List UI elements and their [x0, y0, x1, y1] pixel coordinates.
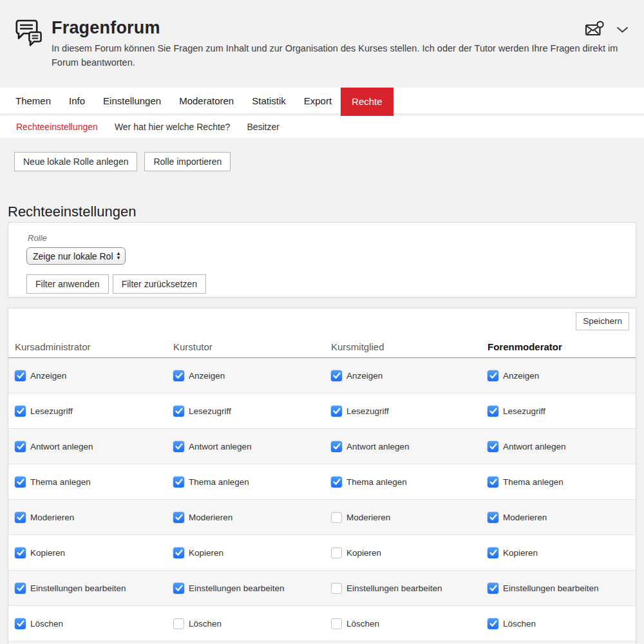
import-role-button[interactable]: Rolle importieren [144, 152, 231, 171]
cell-kurstutor-thema-anlegen: Thema anlegen [173, 477, 331, 488]
checkbox-checked-anzeigen-4[interactable] [488, 370, 498, 381]
checkbox-checked-antwort-anlegen-3[interactable] [331, 441, 342, 452]
checkbox-checked-moderieren-2[interactable] [173, 512, 184, 523]
cell-kursadministrator-thema-anlegen: Thema anlegen [15, 477, 173, 488]
checkbox-label: Lesezugriff [30, 406, 73, 416]
checkbox-checked-thema-anlegen-4[interactable] [488, 477, 498, 488]
checkbox-checked-einstellungen-bearbeiten-1[interactable] [15, 583, 26, 594]
checkbox-checked-thema-anlegen-1[interactable] [15, 477, 26, 488]
checkbox-checked-thema-anlegen-2[interactable] [173, 477, 184, 488]
checkbox-checked-lesezugriff-2[interactable] [173, 406, 184, 417]
checkbox-label: Einstellungen bearbeiten [503, 583, 599, 593]
subtab-wer-hat-hier-welche-rechte[interactable]: Wer hat hier welche Rechte? [106, 116, 239, 138]
checkbox-label: Thema anlegen [503, 477, 564, 487]
permission-row-antwort-anlegen: Antwort anlegenAntwort anlegenAntwort an… [8, 429, 636, 464]
tab-themen[interactable]: Themen [6, 88, 60, 113]
checkbox-checked-einstellungen-bearbeiten-4[interactable] [488, 583, 498, 594]
checkbox-unchecked-löschen-3[interactable] [331, 618, 342, 629]
checkbox-label: Anzeigen [346, 371, 383, 381]
checkbox-checked-kopieren-2[interactable] [173, 547, 184, 558]
checkbox-checked-anzeigen-1[interactable] [15, 370, 26, 381]
checkbox-checked-kopieren-1[interactable] [15, 547, 26, 558]
envelope-subscribe-icon[interactable] [585, 21, 605, 41]
role-filter-select[interactable]: Zeige nur lokale Rollen ▲▼ [26, 247, 126, 265]
checkbox-label: Anzeigen [189, 371, 225, 381]
checkbox-unchecked-einstellungen-bearbeiten-3[interactable] [331, 583, 342, 594]
cell-kursadministrator-moderieren: Moderieren [15, 512, 173, 523]
column-header-kurstutor: Kurstutor [173, 341, 331, 352]
permissions-panel: Speichern KursadministratorKurstutorKurs… [8, 308, 636, 644]
tab-einstellungen[interactable]: Einstellungen [94, 88, 170, 113]
checkbox-checked-löschen-4[interactable] [488, 618, 498, 629]
cell-kurstutor-kopieren: Kopieren [173, 547, 331, 558]
column-header-forenmoderator: Forenmoderator [488, 341, 636, 352]
save-button[interactable]: Speichern [576, 312, 629, 330]
cell-kursmitglied-kopieren: Kopieren [331, 547, 488, 558]
page-title: Fragenforum [52, 18, 160, 38]
checkbox-checked-lesezugriff-3[interactable] [331, 406, 342, 417]
checkbox-checked-antwort-anlegen-1[interactable] [15, 441, 26, 452]
checkbox-checked-moderieren-4[interactable] [488, 512, 498, 523]
cell-kursmitglied-thema-anlegen: Thema anlegen [331, 477, 488, 488]
tab-info[interactable]: Info [60, 88, 94, 113]
tab-rechte[interactable]: Rechte [341, 88, 393, 116]
checkbox-checked-lesezugriff-1[interactable] [15, 406, 26, 417]
checkbox-checked-thema-anlegen-3[interactable] [331, 477, 342, 488]
checkbox-checked-antwort-anlegen-4[interactable] [488, 441, 498, 452]
tab-statistik[interactable]: Statistik [243, 88, 295, 113]
tab-moderatoren[interactable]: Moderatoren [170, 88, 243, 113]
cell-kurstutor-moderieren: Moderieren [173, 512, 331, 523]
permission-row-anzeigen: AnzeigenAnzeigenAnzeigenAnzeigen [8, 358, 636, 393]
checkbox-label: Thema anlegen [346, 477, 407, 487]
reset-filter-button[interactable]: Filter zurücksetzen [113, 274, 206, 294]
permission-row-lesezugriff: LesezugriffLesezugriffLesezugriffLesezug… [8, 393, 636, 429]
permission-row-einstellungen-bearbeiten: Einstellungen bearbeitenEinstellungen be… [8, 571, 636, 606]
checkbox-label: Antwort anlegen [346, 442, 410, 451]
role-actions: Neue lokale Rolle anlegen Rolle importie… [14, 152, 231, 171]
checkbox-label: Kopieren [346, 548, 381, 558]
cell-kursadministrator-löschen: Löschen [15, 618, 173, 629]
select-updown-arrows-icon: ▲▼ [116, 252, 121, 260]
cell-kursadministrator-anzeigen: Anzeigen [15, 370, 173, 381]
role-filter-selected-value: Zeige nur lokale Rollen [33, 251, 113, 261]
checkbox-checked-lesezugriff-4[interactable] [488, 406, 498, 417]
cell-forenmoderator-löschen: Löschen [488, 618, 636, 629]
cell-forenmoderator-anzeigen: Anzeigen [488, 370, 636, 381]
checkbox-unchecked-kopieren-3[interactable] [331, 547, 342, 558]
checkbox-checked-moderieren-1[interactable] [15, 512, 26, 523]
cell-kurstutor-antwort-anlegen: Antwort anlegen [173, 441, 331, 452]
cell-forenmoderator-thema-anlegen: Thema anlegen [488, 477, 636, 488]
checkbox-checked-kopieren-4[interactable] [488, 547, 498, 558]
cell-forenmoderator-moderieren: Moderieren [488, 512, 636, 523]
checkbox-label: Antwort anlegen [189, 442, 252, 451]
checkbox-label: Antwort anlegen [503, 442, 566, 451]
chevron-down-icon[interactable] [616, 24, 629, 36]
subtab-besitzer[interactable]: Besitzer [238, 116, 288, 138]
checkbox-label: Einstellungen bearbeiten [30, 583, 126, 593]
checkbox-label: Löschen [346, 619, 379, 629]
checkbox-unchecked-moderieren-3[interactable] [331, 512, 342, 523]
permission-row-kopieren: KopierenKopierenKopierenKopieren [8, 535, 636, 571]
permissions-rows: AnzeigenAnzeigenAnzeigenAnzeigenLesezugr… [8, 358, 636, 644]
checkbox-label: Moderieren [189, 513, 232, 522]
checkbox-label: Moderieren [30, 513, 74, 522]
header-actions [585, 21, 629, 41]
checkbox-label: Einstellungen bearbeiten [189, 583, 285, 593]
checkbox-checked-antwort-anlegen-2[interactable] [173, 441, 184, 452]
checkbox-checked-einstellungen-bearbeiten-2[interactable] [173, 583, 184, 594]
checkbox-checked-löschen-1[interactable] [15, 618, 26, 629]
tab-export[interactable]: Export [295, 88, 341, 113]
cell-kursadministrator-einstellungen-bearbeiten: Einstellungen bearbeiten [15, 583, 173, 594]
checkbox-checked-anzeigen-2[interactable] [173, 370, 184, 381]
apply-filter-button[interactable]: Filter anwenden [26, 274, 109, 294]
subtab-rechteeinstellungen[interactable]: Rechteeinstellungen [8, 116, 106, 138]
cell-kursmitglied-einstellungen-bearbeiten: Einstellungen bearbeiten [331, 583, 488, 594]
cell-kursadministrator-kopieren: Kopieren [15, 547, 173, 558]
checkbox-label: Kopieren [30, 548, 65, 558]
checkbox-checked-anzeigen-3[interactable] [331, 370, 342, 381]
checkbox-unchecked-löschen-2[interactable] [173, 618, 184, 629]
filter-buttons: Filter anwenden Filter zurücksetzen [26, 274, 206, 294]
page-description: In diesem Forum können Sie Fragen zum In… [52, 41, 625, 70]
new-local-role-button[interactable]: Neue lokale Rolle anlegen [14, 152, 137, 171]
column-header-kursmitglied: Kursmitglied [331, 341, 488, 352]
